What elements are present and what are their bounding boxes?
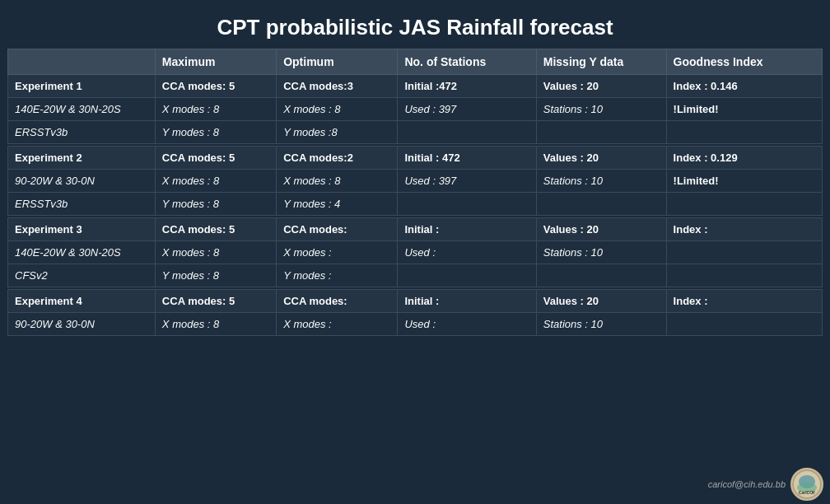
forecast-table: Maximum Optimum No. of Stations Missing … (7, 49, 823, 336)
header-label (8, 49, 156, 75)
header-maximum: Maximum (155, 49, 276, 75)
table-cell: Y modes :8 (277, 121, 398, 144)
table-cell: !Limited! (666, 98, 822, 121)
table-cell: Used : 397 (398, 98, 536, 121)
table-cell: Index : 0.146 (666, 75, 822, 98)
table-cell: Stations : 10 (536, 98, 666, 121)
table-cell: X modes : (277, 313, 398, 336)
table-cell: CCA modes:2 (277, 147, 398, 170)
table-row: CFSv2Y modes : 8Y modes : (8, 264, 823, 287)
table-cell: X modes : (277, 241, 398, 264)
table-cell (666, 121, 822, 144)
table-cell: X modes : 8 (155, 170, 276, 193)
table-cell: Stations : 10 (536, 313, 666, 336)
table-cell: CCA modes: (277, 290, 398, 313)
table-row: ERSSTv3bY modes : 8Y modes :8 (8, 121, 823, 144)
table-cell: Values : 20 (536, 290, 666, 313)
table-cell (536, 264, 666, 287)
table-row: ERSSTv3bY modes : 8Y modes : 4 (8, 193, 823, 216)
table-row: 90-20W & 30-0NX modes : 8X modes : 8Used… (8, 170, 823, 193)
table-cell: X modes : 8 (155, 241, 276, 264)
header-stations: No. of Stations (398, 49, 536, 75)
table-cell (536, 121, 666, 144)
table-cell: ERSSTv3b (8, 193, 156, 216)
table-cell (666, 241, 822, 264)
table-cell: CFSv2 (8, 264, 156, 287)
table-cell: 140E-20W & 30N-20S (8, 98, 156, 121)
table-cell: Initial :472 (398, 75, 536, 98)
table-cell: X modes : 8 (277, 98, 398, 121)
table-cell: CCA modes: (277, 218, 398, 241)
table-cell: Index : (666, 218, 822, 241)
table-cell: Y modes : 8 (155, 264, 276, 287)
footer: caricof@cih.edu.bb CariCOF (708, 468, 823, 501)
footer-email: caricof@cih.edu.bb (708, 479, 786, 489)
table-cell: 90-20W & 30-0N (8, 313, 156, 336)
table-cell: CCA modes: 5 (155, 218, 276, 241)
table-cell: Initial : 472 (398, 147, 536, 170)
table-body: Experiment 1CCA modes: 5CCA modes:3Initi… (8, 75, 823, 336)
table-cell: Initial : (398, 218, 536, 241)
main-container: CPT probabilistic JAS Rainfall forecast … (0, 0, 830, 504)
table-cell: Values : 20 (536, 75, 666, 98)
table-cell (398, 121, 536, 144)
table-cell: CCA modes:3 (277, 75, 398, 98)
table-cell: Experiment 4 (8, 290, 156, 313)
table-cell: Experiment 1 (8, 75, 156, 98)
table-cell: Experiment 3 (8, 218, 156, 241)
table-cell: CCA modes: 5 (155, 147, 276, 170)
table-cell: Used : (398, 313, 536, 336)
table-cell (536, 193, 666, 216)
table-row: Experiment 3CCA modes: 5CCA modes:Initia… (8, 218, 823, 241)
table-header-row: Maximum Optimum No. of Stations Missing … (8, 49, 823, 75)
page-title: CPT probabilistic JAS Rainfall forecast (8, 8, 822, 49)
table-row: 140E-20W & 30N-20SX modes : 8X modes :Us… (8, 241, 823, 264)
table-row: Experiment 1CCA modes: 5CCA modes:3Initi… (8, 75, 823, 98)
table-cell: ERSSTv3b (8, 121, 156, 144)
table-cell: Y modes : 8 (155, 121, 276, 144)
table-cell: 90-20W & 30-0N (8, 170, 156, 193)
table-cell: Stations : 10 (536, 170, 666, 193)
table-cell: Used : 397 (398, 170, 536, 193)
table-cell: Y modes : (277, 264, 398, 287)
table-cell (666, 313, 822, 336)
table-row: 90-20W & 30-0NX modes : 8X modes :Used :… (8, 313, 823, 336)
table-cell: Stations : 10 (536, 241, 666, 264)
header-goodness: Goodness Index (666, 49, 822, 75)
table-cell: Y modes : 4 (277, 193, 398, 216)
table-cell: Experiment 2 (8, 147, 156, 170)
svg-text:CariCOF: CariCOF (799, 490, 815, 495)
table-cell: Initial : (398, 290, 536, 313)
table-cell: X modes : 8 (277, 170, 398, 193)
caricof-logo: CariCOF (790, 468, 823, 501)
table-row: Experiment 2CCA modes: 5CCA modes:2Initi… (8, 147, 823, 170)
table-cell: 140E-20W & 30N-20S (8, 241, 156, 264)
table-cell: !Limited! (666, 170, 822, 193)
table-cell (398, 264, 536, 287)
table-cell: X modes : 8 (155, 98, 276, 121)
table-cell: Used : (398, 241, 536, 264)
header-optimum: Optimum (277, 49, 398, 75)
table-cell: Y modes : 8 (155, 193, 276, 216)
table-row: 140E-20W & 30N-20SX modes : 8X modes : 8… (8, 98, 823, 121)
table-cell: Index : (666, 290, 822, 313)
header-missing: Missing Y data (536, 49, 666, 75)
table-cell (398, 193, 536, 216)
table-row: Experiment 4CCA modes: 5CCA modes:Initia… (8, 290, 823, 313)
table-cell: CCA modes: 5 (155, 75, 276, 98)
table-cell: Index : 0.129 (666, 147, 822, 170)
table-cell (666, 193, 822, 216)
table-cell: Values : 20 (536, 147, 666, 170)
table-cell: Values : 20 (536, 218, 666, 241)
table-cell: CCA modes: 5 (155, 290, 276, 313)
table-cell (666, 264, 822, 287)
table-cell: X modes : 8 (155, 313, 276, 336)
